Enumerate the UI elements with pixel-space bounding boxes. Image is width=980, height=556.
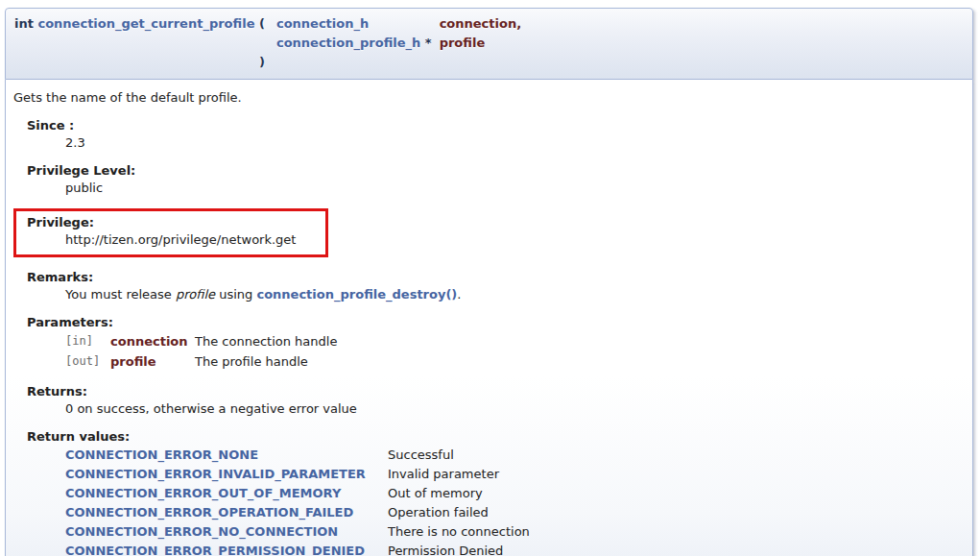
returns-section: Returns: 0 on success, otherwise a negat…	[27, 384, 965, 417]
function-prototype-header: int connection_get_current_profile ( con…	[5, 8, 973, 80]
parameter-row: [out] profile The profile handle	[65, 351, 337, 372]
param-type-cell: connection_h	[269, 14, 436, 34]
param-name: profile	[110, 354, 156, 369]
close-paren: )	[259, 55, 265, 69]
return-type: int	[14, 16, 34, 31]
function-description: Gets the name of the default profile.	[13, 90, 965, 106]
return-value-row: CONNECTION_ERROR_OPERATION_FAILED Operat…	[65, 503, 530, 522]
parameters-label: Parameters:	[27, 315, 965, 330]
signature-param-name: profile	[440, 36, 486, 50]
param-type-link-connection-h[interactable]: connection_h	[276, 16, 369, 31]
param-name-cell: connection	[110, 331, 195, 351]
function-name-link[interactable]: connection_get_current_profile	[37, 16, 254, 31]
return-value-row: CONNECTION_ERROR_PERMISSION_DENIED Permi…	[65, 542, 530, 556]
return-code-link[interactable]: CONNECTION_ERROR_NONE	[65, 447, 258, 462]
return-code-cell: CONNECTION_ERROR_PERMISSION_DENIED	[65, 542, 388, 556]
return-value-row: CONNECTION_ERROR_OUT_OF_MEMORY Out of me…	[65, 484, 530, 503]
param-description: The profile handle	[195, 351, 337, 372]
return-code-cell: CONNECTION_ERROR_OPERATION_FAILED	[65, 503, 388, 522]
return-code-cell: CONNECTION_ERROR_OUT_OF_MEMORY	[65, 484, 388, 503]
param-type-link-connection-profile-h[interactable]: connection_profile_h	[276, 36, 420, 50]
parameters-section: Parameters: [in] connection The connecti…	[27, 315, 965, 372]
return-code-link[interactable]: CONNECTION_ERROR_INVALID_PARAMETER	[65, 467, 366, 481]
privilege-label: Privilege:	[27, 215, 325, 230]
return-values-section: Return values: CONNECTION_ERROR_NONE Suc…	[27, 429, 965, 556]
param-name-cell: profile	[436, 34, 525, 53]
return-code-cell: CONNECTION_ERROR_INVALID_PARAMETER	[65, 465, 388, 484]
param-direction: [out]	[65, 351, 110, 372]
return-value-row: CONNECTION_ERROR_NO_CONNECTION There is …	[65, 522, 530, 542]
signature-name-cell: int connection_get_current_profile (	[10, 14, 269, 34]
return-code-description: Operation failed	[388, 503, 530, 522]
param-direction: [in]	[65, 331, 110, 351]
privilege-level-label: Privilege Level:	[27, 163, 965, 179]
privilege-url: http://tizen.org/privilege/network.get	[65, 231, 325, 248]
param-type-cell: connection_profile_h *	[269, 34, 436, 53]
return-code-description: Permission Denied	[388, 542, 530, 556]
return-code-link[interactable]: CONNECTION_ERROR_PERMISSION_DENIED	[65, 544, 365, 556]
signature-empty-cell	[269, 53, 436, 72]
signature-row: connection_profile_h * profile	[10, 34, 525, 53]
return-values-table-wrap: CONNECTION_ERROR_NONE Successful CONNECT…	[65, 446, 965, 556]
param-name-cell: connection,	[436, 14, 525, 34]
return-code-description: Invalid parameter	[388, 465, 530, 484]
return-value-row: CONNECTION_ERROR_NONE Successful	[65, 446, 530, 465]
remarks-text: You must release profile using connectio…	[65, 286, 965, 302]
destroy-function-link[interactable]: connection_profile_destroy()	[256, 287, 457, 302]
remarks-emphasis: profile	[176, 287, 215, 302]
returns-label: Returns:	[27, 384, 965, 399]
signature-row: )	[10, 53, 525, 72]
signature-row: int connection_get_current_profile ( con…	[10, 14, 525, 34]
signature-param-name: connection,	[440, 16, 521, 31]
parameter-row: [in] connection The connection handle	[65, 331, 337, 351]
close-paren-cell: )	[10, 53, 269, 72]
since-section: Since : 2.3	[27, 118, 965, 151]
param-description: The connection handle	[195, 331, 337, 351]
remarks-text-after: .	[457, 287, 461, 302]
signature-table: int connection_get_current_profile ( con…	[10, 14, 525, 72]
since-value: 2.3	[65, 134, 965, 151]
return-code-link[interactable]: CONNECTION_ERROR_OPERATION_FAILED	[65, 505, 353, 520]
remarks-text-before: You must release	[65, 287, 176, 302]
return-values-table: CONNECTION_ERROR_NONE Successful CONNECT…	[65, 446, 530, 556]
param-name: connection	[110, 334, 188, 349]
parameters-table: [in] connection The connection handle [o…	[65, 331, 337, 372]
remarks-label: Remarks:	[27, 270, 965, 285]
return-code-description: Out of memory	[388, 484, 530, 503]
function-doc-block: int connection_get_current_profile ( con…	[5, 8, 973, 556]
return-value-row: CONNECTION_ERROR_INVALID_PARAMETER Inval…	[65, 465, 530, 484]
return-code-description: Successful	[388, 446, 530, 465]
param-name-cell: profile	[110, 351, 195, 372]
return-code-link[interactable]: CONNECTION_ERROR_OUT_OF_MEMORY	[65, 486, 341, 500]
remarks-section: Remarks: You must release profile using …	[27, 270, 965, 302]
signature-empty-cell	[10, 34, 269, 53]
return-code-description: There is no connection	[388, 522, 530, 542]
return-values-label: Return values:	[27, 429, 965, 445]
privilege-level-section: Privilege Level: public	[27, 163, 965, 196]
since-label: Since :	[27, 118, 965, 133]
pointer-suffix: *	[425, 36, 432, 50]
function-doc-body: Gets the name of the default profile. Si…	[5, 80, 973, 556]
privilege-highlight-box: Privilege: http://tizen.org/privilege/ne…	[13, 208, 328, 257]
remarks-text-middle: using	[215, 287, 256, 302]
parameters-table-wrap: [in] connection The connection handle [o…	[65, 331, 965, 372]
privilege-section: Privilege: http://tizen.org/privilege/ne…	[27, 215, 325, 248]
return-code-cell: CONNECTION_ERROR_NO_CONNECTION	[65, 522, 388, 542]
return-code-cell: CONNECTION_ERROR_NONE	[65, 446, 388, 465]
privilege-level-value: public	[65, 180, 965, 196]
signature-empty-cell	[436, 53, 525, 72]
open-paren: (	[259, 16, 265, 31]
returns-value: 0 on success, otherwise a negative error…	[65, 400, 965, 417]
return-code-link[interactable]: CONNECTION_ERROR_NO_CONNECTION	[65, 524, 338, 539]
